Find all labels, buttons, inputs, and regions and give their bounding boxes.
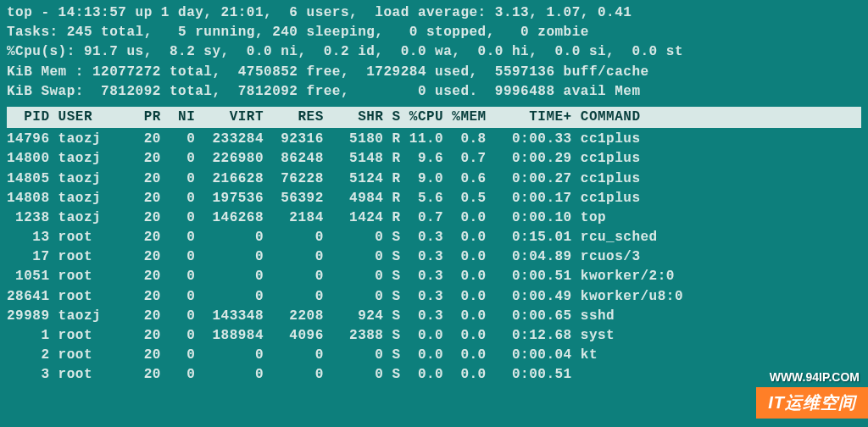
top-mem-line: KiB Mem : 12077272 total, 4750852 free, … [7,63,861,82]
process-row[interactable]: 1238 taozj 20 0 146268 2184 1424 R 0.7 0… [7,208,861,228]
top-tasks-line: Tasks: 245 total, 5 running, 240 sleepin… [7,23,861,42]
process-list[interactable]: 14796 taozj 20 0 233284 92316 5180 R 11.… [7,130,861,385]
process-row[interactable]: 28641 root 20 0 0 0 0 S 0.3 0.0 0:00.49 … [7,287,861,307]
top-cpu-line: %Cpu(s): 91.7 us, 8.2 sy, 0.0 ni, 0.2 id… [7,42,861,62]
process-row[interactable]: 14805 taozj 20 0 216628 76228 5124 R 9.0… [7,169,861,189]
process-row[interactable]: 17 root 20 0 0 0 0 S 0.3 0.0 0:04.89 rcu… [7,247,861,267]
process-row[interactable]: 1051 root 20 0 0 0 0 S 0.3 0.0 0:00.51 k… [7,267,861,286]
top-uptime-line: top - 14:13:57 up 1 day, 21:01, 6 users,… [7,3,861,23]
process-row[interactable]: 2 root 20 0 0 0 0 S 0.0 0.0 0:00.04 kt [7,346,861,365]
process-row[interactable]: 13 root 20 0 0 0 0 S 0.3 0.0 0:15.01 rcu… [7,228,861,247]
process-row[interactable]: 1 root 20 0 188984 4096 2388 S 0.0 0.0 0… [7,326,861,346]
watermark: WWW.94IP.COM IT运维空间 [756,367,868,419]
watermark-url: WWW.94IP.COM [756,367,868,387]
process-row[interactable]: 14796 taozj 20 0 233284 92316 5180 R 11.… [7,130,861,149]
process-row[interactable]: 29989 taozj 20 0 143348 2208 924 S 0.3 0… [7,307,861,326]
process-row[interactable]: 3 root 20 0 0 0 0 S 0.0 0.0 0:00.51 [7,365,861,385]
top-swap-line: KiB Swap: 7812092 total, 7812092 free, 0… [7,82,861,102]
watermark-label: IT运维空间 [756,387,868,419]
process-row[interactable]: 14808 taozj 20 0 197536 56392 4984 R 5.6… [7,189,861,208]
process-header-row[interactable]: PID USER PR NI VIRT RES SHR S %CPU %MEM … [7,107,861,128]
process-row[interactable]: 14800 taozj 20 0 226980 86248 5148 R 9.6… [7,149,861,169]
